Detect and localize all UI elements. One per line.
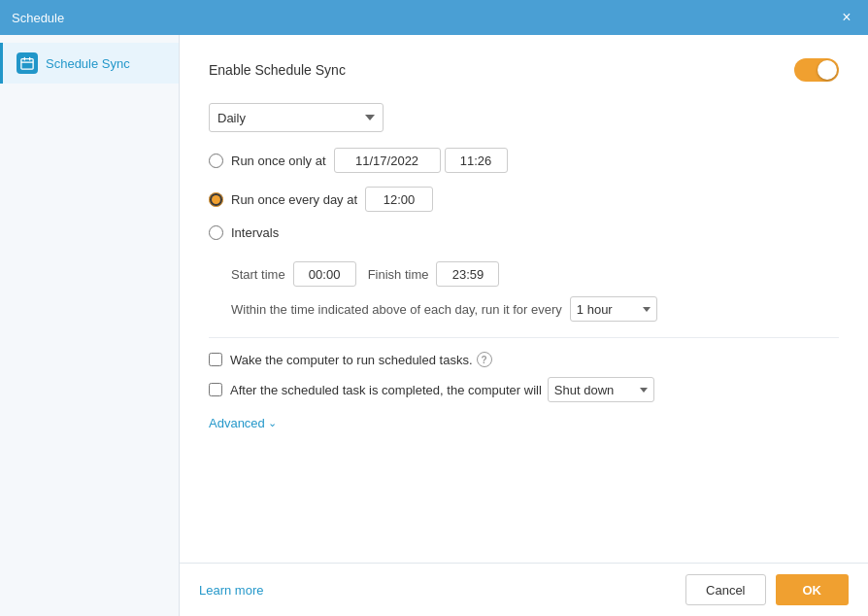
content-area: Enable Schedule Sync Daily Weekly Monthl… xyxy=(180,35,868,616)
start-time-label: Start time xyxy=(231,267,285,282)
calendar-icon xyxy=(17,52,38,74)
every-interval-row: Within the time indicated above of each … xyxy=(231,296,839,322)
frequency-dropdown[interactable]: Daily Weekly Monthly xyxy=(209,103,384,132)
run-once-only-radio[interactable] xyxy=(209,154,223,168)
enable-schedule-sync-row: Enable Schedule Sync xyxy=(209,58,839,82)
start-time-input[interactable] xyxy=(293,261,356,287)
learn-more-link[interactable]: Learn more xyxy=(199,583,263,598)
wake-label: Wake the computer to run scheduled tasks… xyxy=(230,353,473,367)
main-layout: Schedule Sync Enable Schedule Sync Daily… xyxy=(0,35,868,616)
ok-button[interactable]: OK xyxy=(776,574,850,605)
every-interval-dropdown[interactable]: 1 hour 2 hours 3 hours 6 hours 12 hours xyxy=(570,296,657,322)
run-once-date-input[interactable] xyxy=(334,148,441,173)
every-interval-label: Within the time indicated above of each … xyxy=(231,302,562,317)
title-bar: Schedule × xyxy=(0,0,868,35)
title-bar-title: Schedule xyxy=(12,11,64,25)
frequency-dropdown-row: Daily Weekly Monthly xyxy=(209,103,839,132)
sidebar-item-schedule-sync[interactable]: Schedule Sync xyxy=(0,43,179,84)
enable-schedule-sync-toggle[interactable] xyxy=(794,58,839,82)
finish-time-input[interactable] xyxy=(436,261,499,287)
run-once-time-input[interactable] xyxy=(445,148,508,173)
intervals-radio[interactable] xyxy=(209,225,223,240)
intervals-label: Intervals xyxy=(231,225,279,240)
footer-buttons: Cancel OK xyxy=(685,574,849,605)
run-once-only-label: Run once only at xyxy=(231,154,326,168)
run-every-day-label: Run once every day at xyxy=(231,192,357,207)
close-button[interactable]: × xyxy=(837,8,856,27)
sidebar: Schedule Sync xyxy=(0,35,180,616)
wake-help-icon[interactable]: ? xyxy=(477,352,492,367)
chevron-down-icon: ⌄ xyxy=(268,417,277,429)
after-task-row: After the scheduled task is completed, t… xyxy=(209,377,839,402)
wake-checkbox[interactable] xyxy=(209,353,222,366)
intervals-row: Intervals xyxy=(209,225,839,240)
run-every-day-row: Run once every day at xyxy=(209,187,839,212)
finish-time-label: Finish time xyxy=(368,267,429,282)
after-task-label: After the scheduled task is completed, t… xyxy=(230,383,542,397)
start-finish-time-row: Start time Finish time xyxy=(231,261,839,287)
enable-schedule-sync-label: Enable Schedule Sync xyxy=(209,62,346,78)
advanced-link[interactable]: Advanced ⌄ xyxy=(209,416,839,430)
svg-rect-0 xyxy=(21,59,33,70)
run-once-only-row: Run once only at xyxy=(209,148,839,173)
cancel-button[interactable]: Cancel xyxy=(685,574,765,605)
intervals-section: Start time Finish time Within the time i… xyxy=(231,261,839,331)
separator xyxy=(209,337,839,338)
after-task-checkbox[interactable] xyxy=(209,383,222,396)
sidebar-item-label: Schedule Sync xyxy=(46,56,130,71)
advanced-label: Advanced xyxy=(209,416,265,430)
run-every-day-time-input[interactable] xyxy=(365,187,433,212)
run-every-day-radio[interactable] xyxy=(209,192,223,207)
toggle-knob xyxy=(818,60,837,80)
footer: Learn more Cancel OK xyxy=(180,563,868,616)
wake-checkbox-row: Wake the computer to run scheduled tasks… xyxy=(209,352,839,367)
after-task-dropdown[interactable]: Shut down Sleep Hibernate Do nothing xyxy=(548,377,654,402)
